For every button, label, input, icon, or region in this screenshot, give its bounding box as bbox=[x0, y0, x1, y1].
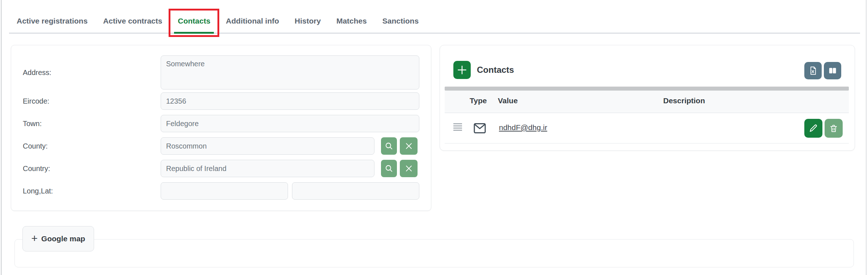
close-icon bbox=[405, 142, 413, 150]
delete-contact-button[interactable] bbox=[825, 119, 843, 138]
country-lookup-button[interactable] bbox=[381, 160, 397, 177]
contact-value-link[interactable]: ndhdF@dhg.ir bbox=[499, 123, 547, 132]
columns-layout-button[interactable] bbox=[824, 62, 841, 79]
window-edge-right bbox=[866, 0, 867, 275]
tab-label: Active contracts bbox=[103, 17, 162, 25]
tab-history[interactable]: History bbox=[289, 8, 326, 34]
town-label: Town: bbox=[23, 119, 42, 128]
google-map-button-label: Google map bbox=[41, 234, 85, 243]
contact-table-row: ndhdF@dhg.ir bbox=[445, 113, 849, 143]
tab-sanctions[interactable]: Sanctions bbox=[377, 8, 424, 34]
column-header-description: Description bbox=[663, 96, 705, 105]
close-icon bbox=[405, 164, 413, 173]
search-icon bbox=[384, 141, 394, 151]
tab-bar: Active registrations Active contracts Co… bbox=[12, 8, 424, 34]
county-input[interactable] bbox=[161, 137, 374, 155]
export-excel-button[interactable] bbox=[804, 62, 822, 79]
tab-label: History bbox=[295, 17, 321, 25]
county-label: County: bbox=[23, 141, 48, 151]
drag-handle-icon[interactable] bbox=[453, 123, 462, 132]
country-label: Country: bbox=[23, 164, 50, 173]
tab-matches[interactable]: Matches bbox=[331, 8, 372, 34]
google-map-toggle-button[interactable]: + Google map bbox=[22, 226, 94, 251]
tab-contacts[interactable]: Contacts bbox=[173, 8, 215, 34]
country-input[interactable] bbox=[161, 160, 374, 177]
eircode-label: Eircode: bbox=[23, 96, 49, 106]
longlat-label: Long,Lat: bbox=[23, 186, 53, 196]
file-excel-icon bbox=[808, 66, 818, 75]
contacts-panel: Contacts Type Value Description ndhdF@dh… bbox=[440, 45, 855, 151]
contacts-table-header: Type Value Description bbox=[445, 91, 849, 113]
window-edge-left bbox=[1, 0, 2, 275]
plus-icon: + bbox=[31, 233, 38, 244]
columns-icon bbox=[828, 66, 837, 75]
edit-contact-button[interactable] bbox=[804, 119, 822, 138]
county-clear-button[interactable] bbox=[400, 137, 418, 155]
email-envelope-icon bbox=[473, 121, 487, 136]
tab-active-contracts[interactable]: Active contracts bbox=[98, 8, 167, 34]
country-clear-button[interactable] bbox=[400, 160, 418, 177]
town-input[interactable] bbox=[161, 115, 419, 132]
tab-label: Matches bbox=[336, 17, 367, 25]
address-form-card: Address: Somewhere Eircode: Town: County… bbox=[11, 45, 431, 211]
longitude-input[interactable] bbox=[161, 182, 288, 200]
pencil-icon bbox=[808, 123, 818, 133]
column-header-type: Type bbox=[470, 96, 487, 105]
county-lookup-button[interactable] bbox=[381, 137, 397, 155]
trash-icon bbox=[829, 124, 838, 133]
contacts-panel-title: Contacts bbox=[477, 65, 514, 75]
address-label: Address: bbox=[23, 68, 51, 77]
add-contact-button[interactable] bbox=[453, 61, 471, 79]
google-map-panel bbox=[14, 239, 854, 267]
tab-additional-info[interactable]: Additional info bbox=[221, 8, 284, 34]
column-header-value: Value bbox=[498, 96, 518, 105]
latitude-input[interactable] bbox=[292, 182, 419, 200]
tab-label: Active registrations bbox=[17, 17, 88, 25]
tab-label: Contacts bbox=[178, 17, 210, 25]
address-input[interactable]: Somewhere bbox=[161, 55, 419, 89]
eircode-input[interactable] bbox=[161, 92, 419, 110]
tab-active-registrations[interactable]: Active registrations bbox=[12, 8, 93, 34]
tab-label: Sanctions bbox=[382, 17, 419, 25]
search-icon bbox=[384, 164, 394, 173]
plus-icon bbox=[457, 64, 467, 75]
tab-label: Additional info bbox=[226, 17, 279, 25]
table-horizontal-scrollbar[interactable] bbox=[445, 87, 849, 91]
